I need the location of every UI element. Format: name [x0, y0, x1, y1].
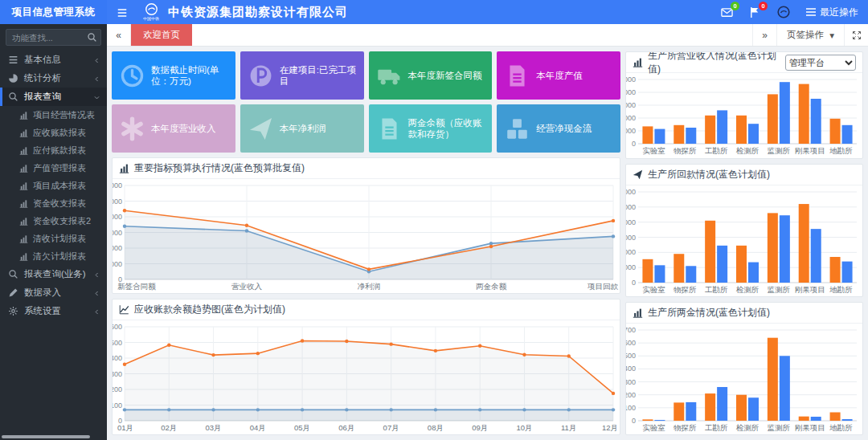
kpi-tile[interactable]: 本年度营业收入: [112, 104, 235, 153]
company-logo: 中国中铁: [142, 2, 160, 22]
revenue-by-dept-card: 生产所营业收入情况(蓝色计划值) 管理平台 010002000300040005…: [625, 51, 863, 159]
chart-title-bar: 重要指标预算执行情况(蓝色预算批复值): [113, 158, 620, 179]
sidebar-item[interactable]: 报表查询(业务): [0, 265, 107, 283]
svg-text:2000: 2000: [626, 248, 636, 256]
svg-text:工勘所: 工勘所: [705, 285, 728, 294]
sidebar-item[interactable]: 统计分析: [0, 69, 107, 88]
tile-label: 本年度新签合同额: [408, 70, 482, 81]
scroll-tabs-left-button[interactable]: «: [107, 24, 131, 46]
kpi-tile[interactable]: 本年度新签合同额: [369, 51, 493, 100]
chart-title-bar: 生产所两金情况(蓝色计划值): [626, 303, 862, 324]
svg-text:08月: 08月: [428, 423, 444, 432]
two-funds-bar-chart: 0100200300400500600700实验室物探所工勘所检测所监测所刚果项…: [626, 324, 862, 434]
truck-icon: [377, 63, 402, 88]
bar-chart-icon: [633, 57, 643, 67]
recent-operations-button[interactable]: 最近操作: [806, 6, 858, 19]
flag-icon[interactable]: 0: [749, 6, 761, 18]
sidebar-subitem[interactable]: 项目成本报表: [0, 177, 107, 194]
search-icon: [8, 269, 18, 279]
recent-operations-label: 最近操作: [820, 6, 858, 19]
sidebar-subitem[interactable]: 项目经营情况表: [0, 106, 107, 124]
sidebar-subitem[interactable]: 产值管理报表: [0, 159, 107, 177]
kpi-tiles: 数据截止时间(单位：万元)在建项目:已完工项目本年度新签合同额本年度产值本年度营…: [112, 51, 620, 153]
sidebar-item-label: 统计分析: [24, 72, 61, 84]
sidebar-menu: 基本信息统计分析报表查询项目经营情况表应收账款报表应付账款报表产值管理报表项目成…: [0, 51, 107, 440]
kpi-tile[interactable]: 本年净利润: [240, 104, 364, 153]
mail-icon[interactable]: 0: [721, 6, 733, 18]
svg-text:0: 0: [632, 417, 636, 425]
sidebar-subitem[interactable]: 应收账款报表: [0, 124, 107, 141]
scroll-tabs-right-button[interactable]: »: [752, 24, 776, 46]
svg-text:100: 100: [626, 404, 636, 412]
search-icon: [8, 92, 18, 102]
sidebar-subitem-label: 项目成本报表: [33, 180, 86, 192]
fullscreen-icon[interactable]: [844, 24, 868, 46]
svg-text:工勘所: 工勘所: [705, 423, 728, 432]
svg-text:600: 600: [626, 339, 636, 347]
sidebar-item[interactable]: 系统设置: [0, 302, 107, 320]
svg-text:刚果项目: 刚果项目: [795, 285, 825, 294]
svg-text:监测所: 监测所: [768, 146, 791, 155]
svg-text:实验室: 实验室: [642, 146, 665, 155]
sidebar-subitem[interactable]: 清收计划报表: [0, 230, 107, 247]
sidebar-subitem[interactable]: 清欠计划报表: [0, 247, 107, 265]
gear-icon: [8, 306, 18, 316]
tab-welcome[interactable]: 欢迎首页: [131, 24, 192, 46]
pie-chart-icon: [8, 73, 18, 84]
line-chart-icon: [119, 304, 129, 315]
sidebar-item[interactable]: 数据录入: [0, 283, 107, 302]
collections-by-dept-card: 生产所回款情况(蓝色计划值) 0100020003000400050006000…: [625, 164, 863, 297]
bar-chart-icon: [19, 181, 28, 190]
svg-text:刚果项目: 刚果项目: [795, 146, 825, 155]
logo-caption: 中国中铁: [143, 18, 159, 22]
svg-text:06月: 06月: [338, 423, 354, 432]
svg-text:4000: 4000: [113, 213, 122, 221]
svg-text:3000: 3000: [626, 234, 636, 242]
sidebar-subitem[interactable]: 应付账款报表: [0, 141, 107, 159]
svg-text:物探所: 物探所: [674, 285, 697, 294]
sidebar-item[interactable]: 报表查询: [0, 88, 107, 106]
chevron-left-icon: [93, 56, 100, 63]
dashboard-content: 数据截止时间(单位：万元)在建项目:已完工项目本年度新签合同额本年度产值本年度营…: [107, 47, 868, 440]
kpi-tile[interactable]: 两金余额（应收账款和存货）: [369, 104, 493, 153]
search-icon[interactable]: [87, 31, 97, 42]
tab-operations-dropdown[interactable]: 页签操作 ▾: [776, 24, 844, 46]
cubes-icon: [505, 116, 530, 141]
sidebar-item[interactable]: 基本信息: [0, 51, 107, 69]
chart-title-bar: 应收账款余额趋势图(蓝色为计划值): [113, 299, 620, 320]
sidebar-subitem[interactable]: 资金收支报表: [0, 194, 107, 212]
svg-text:10月: 10月: [516, 423, 532, 432]
svg-text:6000: 6000: [626, 188, 636, 196]
svg-text:700: 700: [626, 326, 636, 334]
svg-text:01月: 01月: [117, 423, 133, 432]
platform-select[interactable]: 管理平台: [785, 55, 856, 71]
svg-text:11月: 11月: [561, 423, 576, 432]
sidebar-item-label: 基本信息: [24, 54, 61, 66]
svg-text:地勘所: 地勘所: [829, 423, 853, 432]
svg-text:检测所: 检测所: [736, 146, 760, 155]
document-icon: [505, 63, 530, 88]
bar-chart-icon: [19, 128, 28, 137]
paper-plane-icon: [248, 116, 273, 141]
kpi-tile[interactable]: 经营净现金流: [497, 104, 620, 153]
svg-text:09月: 09月: [472, 423, 488, 432]
svg-text:监测所: 监测所: [768, 285, 791, 294]
svg-text:物探所: 物探所: [674, 146, 697, 155]
sidebar-subitem[interactable]: 资金收支报表2: [0, 212, 107, 230]
chevron-left-icon: [93, 289, 100, 296]
svg-text:2000: 2000: [113, 244, 122, 252]
main-panel: 中国中铁 中铁资源集团勘察设计有限公司 0 0 最近操作: [107, 0, 868, 440]
sidebar-scrollbar[interactable]: [2, 435, 90, 438]
tile-label: 本年度产值: [536, 70, 583, 81]
kpi-tile[interactable]: 本年度产值: [497, 51, 620, 100]
sidebar-subitem-label: 应收账款报表: [33, 127, 86, 139]
svg-text:200: 200: [626, 391, 636, 399]
svg-text:实验室: 实验室: [642, 423, 665, 432]
list-icon: [806, 8, 816, 16]
menu-toggle-icon[interactable]: [117, 7, 128, 17]
kpi-tile[interactable]: 数据截止时间(单位：万元): [112, 51, 235, 100]
svg-text:04月: 04月: [250, 423, 266, 432]
kpi-tile[interactable]: 在建项目:已完工项目: [240, 51, 364, 100]
svg-text:5000: 5000: [113, 198, 122, 206]
svg-text:200: 200: [113, 385, 122, 393]
